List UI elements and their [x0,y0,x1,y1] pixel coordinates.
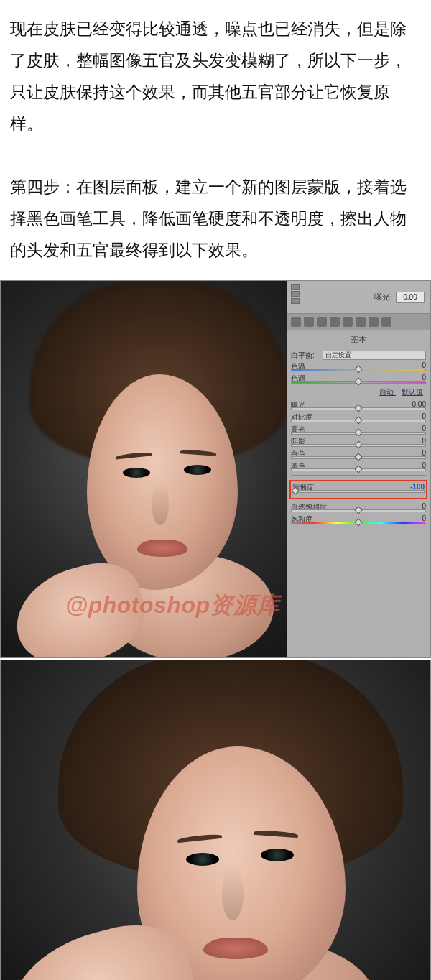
clarity-highlight-box: 清晰度 -100 [289,480,427,499]
basic-tab-icon[interactable] [291,317,301,327]
histogram-thumbs-icon [291,284,300,304]
tint-slider[interactable]: 色调 0 [291,374,426,384]
curve-tab-icon[interactable] [304,317,314,327]
auto-default-links: 自动 默认值 [291,386,426,400]
panel-tab-strip [287,314,430,330]
watermark-text: @photoshop资源库 [65,590,280,621]
whites-slider[interactable]: 白色 0 [291,449,426,460]
camera-raw-panel: 曝光 0.00 基本 白平衡: 自定设置 色温 0 [287,281,430,657]
vibrance-slider[interactable]: 自然饱和度 0 [291,502,426,513]
wb-label: 白平衡: [291,351,320,361]
temperature-slider[interactable]: 色温 0 [291,361,426,372]
basic-panel-title: 基本 [291,334,426,345]
blacks-slider[interactable]: 黑色 0 [291,461,426,472]
fx-tab-icon[interactable] [369,317,379,327]
exposure-slider[interactable]: 曝光 0.00 [291,400,426,411]
screenshot-camera-raw: @photoshop资源库 曝光 0.00 基本 白平衡: 自定设置 色温 [0,280,431,658]
detail-tab-icon[interactable] [317,317,327,327]
shadows-slider[interactable]: 阴影 0 [291,437,426,448]
clarity-slider[interactable]: 清晰度 -100 [292,483,425,494]
camera-tab-icon[interactable] [381,317,391,327]
paragraph-1: 现在皮肤已经变得比较通透，噪点也已经消失，但是除了皮肤，整幅图像五官及头发变模糊… [10,13,421,139]
screenshot-final-result [0,660,431,980]
top-param-value: 0.00 [396,292,425,303]
auto-link[interactable]: 自动 [379,388,394,396]
highlights-slider[interactable]: 高光 0 [291,425,426,435]
saturation-slider[interactable]: 饱和度 0 [291,514,426,525]
edited-photo-blurred: @photoshop资源库 [1,281,287,657]
lens-tab-icon[interactable] [356,317,366,327]
split-tab-icon[interactable] [343,317,353,327]
top-param-label: 曝光 [374,292,390,302]
wb-dropdown[interactable]: 自定设置 [323,351,426,360]
hsl-tab-icon[interactable] [330,317,340,327]
paragraph-2: 第四步：在图层面板，建立一个新的图层蒙版，接着选择黑色画笔工具，降低画笔硬度和不… [10,171,421,266]
contrast-slider[interactable]: 对比度 0 [291,412,426,423]
default-link[interactable]: 默认值 [402,388,423,396]
tutorial-text: 现在皮肤已经变得比较通透，噪点也已经消失，但是除了皮肤，整幅图像五官及头发变模糊… [0,0,431,280]
